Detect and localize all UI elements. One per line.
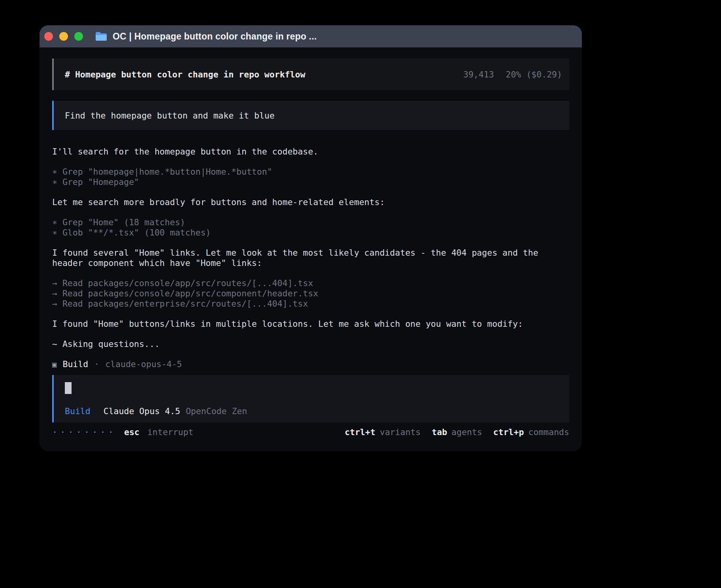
- tool-call-glob: ∗ Glob "**/*.tsx" (100 matches): [52, 228, 569, 238]
- shortcut-agents: tab agents: [432, 427, 482, 437]
- text-cursor: [65, 382, 72, 394]
- tool-call-group: ∗ Grep "Home" (18 matches) ∗ Glob "**/*.…: [52, 217, 569, 238]
- shortcut-commands: ctrl+p commands: [493, 427, 569, 437]
- interrupt-label: interrupt: [147, 427, 194, 437]
- folder-icon: [95, 31, 108, 41]
- zoom-button[interactable]: [74, 32, 83, 41]
- assistant-text: I found "Home" buttons/links in multiple…: [52, 319, 569, 329]
- window-title: OC | Homepage button color change in rep…: [113, 31, 317, 42]
- session-stats: 39,413 20% ($0.29): [463, 70, 562, 79]
- assistant-text: Let me search more broadly for buttons a…: [52, 197, 569, 207]
- token-count: 39,413: [463, 70, 494, 79]
- input-model-label: Claude Opus 4.5: [104, 406, 180, 416]
- tool-call-grep: ∗ Grep "homepage|home.*button|Home.*butt…: [52, 167, 569, 177]
- agent-icon: ▣: [52, 359, 57, 369]
- tool-call-grep: ∗ Grep "Home" (18 matches): [52, 217, 569, 228]
- status-bar-left: ········ esc interrupt: [52, 427, 193, 437]
- input-mode-label: Build: [65, 406, 91, 416]
- traffic-lights: [44, 32, 83, 41]
- titlebar[interactable]: OC | Homepage button color change in rep…: [40, 25, 582, 47]
- minimize-button[interactable]: [59, 32, 68, 41]
- shortcut-key: ctrl+p: [493, 427, 524, 437]
- session-title: # Homepage button color change in repo w…: [65, 70, 305, 79]
- assistant-text: I'll search for the homepage button in t…: [52, 147, 569, 157]
- transcript: I'll search for the homepage button in t…: [52, 147, 569, 369]
- terminal-body: # Homepage button color change in repo w…: [40, 47, 582, 451]
- assistant-text: I found several "Home" links. Let me loo…: [52, 248, 569, 268]
- tool-call-group: → Read packages/console/app/src/routes/[…: [52, 278, 569, 309]
- agent-name: Build: [62, 359, 88, 369]
- shortcut-key: tab: [432, 427, 447, 437]
- status-bar: ········ esc interrupt ctrl+t variants t…: [52, 427, 569, 437]
- prompt-input[interactable]: Build Claude Opus 4.5 OpenCode Zen: [52, 375, 569, 422]
- user-message-text: Find the homepage button and make it blu…: [65, 111, 275, 121]
- tool-call-grep: ∗ Grep "Homepage": [52, 177, 569, 187]
- shortcut-variants: ctrl+t variants: [345, 427, 421, 437]
- agent-status-row: ▣ Build · claude-opus-4-5: [52, 359, 569, 369]
- status-text: ~ Asking questions...: [52, 339, 569, 349]
- agent-model: claude-opus-4-5: [105, 359, 182, 369]
- session-header: # Homepage button color change in repo w…: [52, 58, 569, 90]
- context-usage: 20% ($0.29): [506, 70, 562, 79]
- title-group: OC | Homepage button color change in rep…: [95, 31, 317, 42]
- interrupt-key: esc: [124, 427, 140, 437]
- tool-call-read: → Read packages/enterprise/src/routes/[.…: [52, 299, 569, 309]
- tool-call-group: ∗ Grep "homepage|home.*button|Home.*butt…: [52, 167, 569, 187]
- shortcut-label: agents: [451, 427, 482, 437]
- agent-separator: ·: [94, 359, 99, 369]
- spinner-dots: ········: [52, 427, 116, 437]
- close-button[interactable]: [44, 32, 53, 41]
- input-provider-label: OpenCode Zen: [186, 406, 247, 416]
- terminal-window: OC | Homepage button color change in rep…: [40, 25, 582, 451]
- status-bar-right: ctrl+t variants tab agents ctrl+p comman…: [345, 427, 569, 437]
- user-message: Find the homepage button and make it blu…: [52, 101, 569, 130]
- shortcut-key: ctrl+t: [345, 427, 376, 437]
- tool-call-read: → Read packages/console/app/src/routes/[…: [52, 278, 569, 288]
- shortcut-label: variants: [380, 427, 421, 437]
- shortcut-label: commands: [528, 427, 569, 437]
- input-meta-row: Build Claude Opus 4.5 OpenCode Zen: [65, 406, 558, 416]
- tool-call-read: → Read packages/console/app/src/componen…: [52, 288, 569, 299]
